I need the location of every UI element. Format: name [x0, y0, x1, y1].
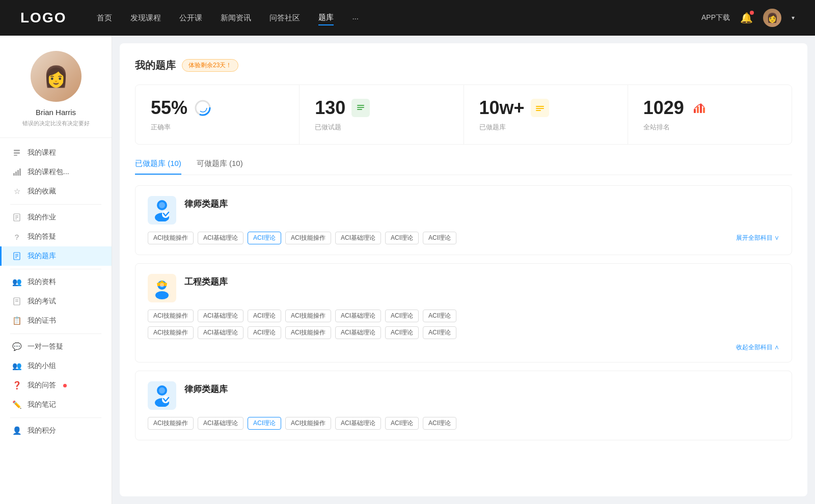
sidebar-label-qa: 我的答疑 [28, 232, 56, 241]
bell-notification-dot [750, 11, 754, 15]
divider-3 [10, 333, 101, 334]
tag[interactable]: ACI技能操作 [285, 326, 331, 339]
stat-accuracy: 55% 正确率 [135, 85, 300, 144]
qbank-header-1: 律师类题库 [148, 196, 779, 225]
nav-open-course[interactable]: 公开课 [179, 11, 202, 25]
tag[interactable]: ACI理论 [423, 232, 456, 244]
svg-point-35 [159, 202, 165, 208]
svg-rect-30 [697, 106, 699, 113]
svg-rect-24 [357, 109, 362, 110]
tab-done-banks[interactable]: 已做题库 (10) [135, 159, 181, 175]
nav-home[interactable]: 首页 [97, 11, 112, 25]
sidebar-item-points[interactable]: 👤 我的积分 [0, 421, 112, 440]
avatar[interactable]: 👩 [763, 9, 781, 27]
sidebar-item-profile-data[interactable]: 👥 我的资料 [0, 272, 112, 292]
tag[interactable]: ACI技能操作 [285, 310, 331, 322]
app-download-link[interactable]: APP下载 [701, 13, 730, 22]
tag[interactable]: ACI理论 [423, 417, 456, 430]
stat-done-questions-label: 已做试题 [315, 123, 448, 132]
bell-icon[interactable]: 🔔 [740, 12, 753, 24]
stat-ranking-value: 1029 [643, 97, 684, 119]
qbank-item-engineer: 工程类题库 ACI技能操作 ACI基础理论 ACI理论 ACI技能操作 ACI基… [135, 263, 792, 362]
tag-active[interactable]: ACI理论 [248, 232, 281, 244]
stat-ranking-label: 全站排名 [643, 123, 776, 132]
sidebar-item-qa[interactable]: ? 我的答疑 [0, 227, 112, 246]
collapse-link-engineer[interactable]: 收起全部科目 ∧ [148, 343, 779, 352]
profile-section: 👩 Brian Harris 错误的决定比没有决定要好 [0, 51, 112, 138]
tab-available-banks[interactable]: 可做题库 (10) [197, 159, 243, 175]
tag[interactable]: ACI理论 [248, 310, 281, 322]
qbank-header-engineer: 工程类题库 [148, 274, 779, 302]
courses-icon [12, 148, 21, 157]
nav-question-bank[interactable]: 题库 [318, 11, 334, 25]
tag[interactable]: ACI技能操作 [148, 417, 194, 430]
sidebar-item-question-bank[interactable]: 我的题库 [0, 246, 112, 266]
stat-accuracy-row: 55% [151, 97, 284, 119]
tag[interactable]: ACI理论 [385, 310, 419, 322]
tag[interactable]: ACI理论 [385, 417, 419, 430]
sidebar-label-my-qa: 我的问答 [28, 381, 56, 390]
tag[interactable]: ACI基础理论 [335, 310, 381, 322]
qbank-title-engineer: 工程类题库 [184, 274, 228, 288]
svg-point-42 [159, 387, 165, 394]
qbank-tags-lawyer-2: ACI技能操作 ACI基础理论 ACI理论 ACI技能操作 ACI基础理论 AC… [148, 417, 779, 430]
sidebar-item-exam[interactable]: 我的考试 [0, 292, 112, 311]
sidebar-label-packages: 我的课程包... [28, 167, 69, 177]
svg-rect-1 [14, 152, 20, 154]
tag[interactable]: ACI理论 [423, 326, 456, 339]
done-banks-icon [531, 99, 549, 117]
sidebar-item-notes[interactable]: ✏️ 我的笔记 [0, 395, 112, 414]
tag[interactable]: ACI理论 [385, 232, 419, 244]
points-icon: 👤 [12, 426, 21, 435]
tag[interactable]: ACI基础理论 [198, 232, 243, 244]
qbank-item-lawyer-2: 律师类题库 ACI技能操作 ACI基础理论 ACI理论 ACI技能操作 ACI基… [135, 371, 792, 440]
svg-point-20 [199, 104, 207, 112]
sidebar-label-homework: 我的作业 [28, 213, 56, 222]
stat-done-banks: 10w+ 已做题库 [464, 85, 628, 144]
svg-rect-31 [700, 104, 702, 113]
tag[interactable]: ACI理论 [248, 326, 281, 339]
tag[interactable]: ACI基础理论 [198, 417, 243, 430]
sidebar-item-my-qa[interactable]: ❓ 我的问答 [0, 376, 112, 395]
stat-ranking: 1029 全站排名 [628, 85, 792, 144]
nav-news[interactable]: 新闻资讯 [221, 11, 251, 25]
tag[interactable]: ACI基础理论 [335, 326, 381, 339]
svg-rect-22 [357, 105, 364, 106]
nav-discover[interactable]: 发现课程 [130, 11, 161, 25]
sidebar-item-courses[interactable]: 我的课程 [0, 143, 112, 162]
expand-link-1[interactable]: 展开全部科目 ∨ [736, 234, 779, 242]
nav-qa[interactable]: 问答社区 [269, 11, 300, 25]
svg-point-43 [162, 396, 169, 403]
tag[interactable]: ACI技能操作 [148, 232, 194, 244]
sidebar-item-homework[interactable]: 我的作业 [0, 208, 112, 227]
tag[interactable]: ACI技能操作 [148, 326, 194, 339]
tag[interactable]: ACI技能操作 [285, 417, 331, 430]
trial-badge: 体验剩余23天！ [182, 59, 238, 72]
page-title: 我的题库 [135, 59, 176, 72]
sidebar-item-packages[interactable]: 我的课程包... [0, 162, 112, 182]
sidebar-item-certificate[interactable]: 📋 我的证书 [0, 311, 112, 330]
tag[interactable]: ACI理论 [385, 326, 419, 339]
sidebar-label-profile-data: 我的资料 [28, 277, 56, 287]
tag[interactable]: ACI技能操作 [285, 232, 331, 244]
sidebar-item-favorites[interactable]: ☆ 我的收藏 [0, 182, 112, 201]
packages-icon [12, 167, 21, 177]
tag[interactable]: ACI基础理论 [198, 326, 243, 339]
tag[interactable]: ACI基础理论 [198, 310, 243, 322]
tag[interactable]: ACI理论 [423, 310, 456, 322]
sidebar-label-question-bank: 我的题库 [28, 251, 56, 261]
profile-name: Brian Harris [36, 108, 76, 117]
tag[interactable]: ACI技能操作 [148, 310, 194, 322]
page-header: 我的题库 体验剩余23天！ [135, 59, 792, 72]
favorites-icon: ☆ [12, 187, 21, 196]
tag[interactable]: ACI基础理论 [335, 417, 381, 430]
svg-rect-4 [15, 172, 17, 176]
nav-more[interactable]: ··· [352, 12, 359, 24]
tag-active[interactable]: ACI理论 [248, 417, 281, 430]
sidebar-item-one-on-one[interactable]: 💬 一对一答疑 [0, 337, 112, 356]
svg-rect-0 [14, 150, 20, 151]
sidebar-item-groups[interactable]: 👥 我的小组 [0, 356, 112, 376]
tag[interactable]: ACI基础理论 [335, 232, 381, 244]
sidebar-label-exam: 我的考试 [28, 297, 56, 306]
user-dropdown-arrow[interactable]: ▾ [792, 14, 795, 21]
